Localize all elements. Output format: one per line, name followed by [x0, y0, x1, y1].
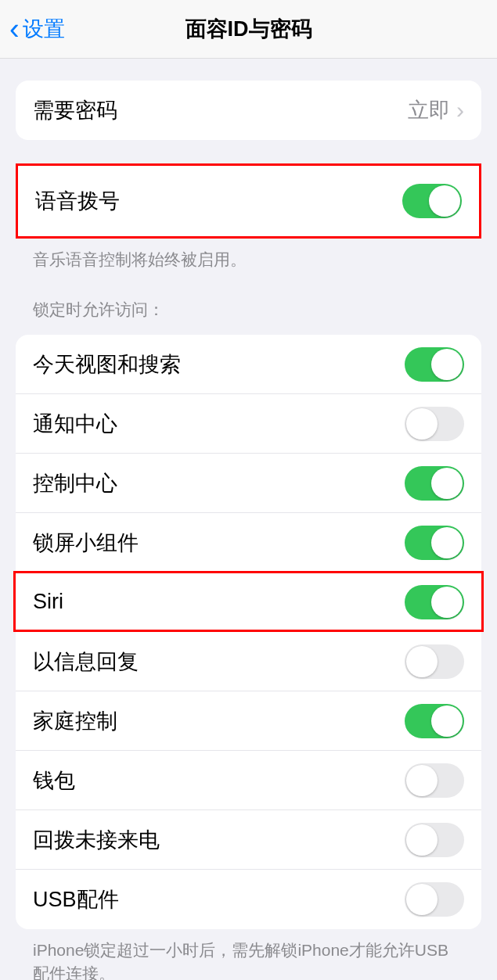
chevron-right-icon: › — [456, 97, 464, 124]
back-label: 设置 — [23, 15, 65, 43]
passcode-group: 需要密码 立即 › — [16, 81, 481, 140]
lock-access-toggle[interactable] — [405, 585, 464, 619]
lock-access-toggle[interactable] — [405, 466, 464, 501]
lock-access-toggle[interactable] — [405, 407, 464, 441]
toggle-knob — [406, 884, 438, 915]
voice-dial-toggle[interactable] — [402, 184, 462, 218]
toggle-knob — [431, 468, 463, 499]
lock-access-label: 控制中心 — [33, 469, 117, 497]
lock-access-label: 以信息回复 — [33, 648, 139, 676]
lock-access-footer: iPhone锁定超过一小时后，需先解锁iPhone才能允许USB配件连接。 — [16, 929, 481, 980]
toggle-knob — [429, 185, 460, 217]
toggle-knob — [406, 408, 438, 440]
toggle-knob — [406, 765, 438, 796]
lock-access-row: Siri — [16, 573, 481, 632]
lock-access-row: 钱包 — [16, 751, 481, 810]
page-title: 面容ID与密码 — [0, 15, 497, 43]
require-passcode-label: 需要密码 — [33, 96, 117, 124]
lock-access-header: 锁定时允许访问： — [16, 271, 481, 327]
toggle-knob — [431, 587, 463, 618]
toggle-knob — [406, 646, 438, 677]
lock-access-row: 以信息回复 — [16, 632, 481, 691]
lock-access-row: 今天视图和搜索 — [16, 335, 481, 394]
lock-access-row: 通知中心 — [16, 394, 481, 454]
lock-access-toggle[interactable] — [405, 882, 464, 917]
toggle-knob — [406, 824, 438, 856]
lock-access-label: 通知中心 — [33, 410, 117, 438]
lock-access-label: 锁屏小组件 — [33, 529, 139, 557]
lock-access-toggle[interactable] — [405, 526, 464, 560]
lock-access-label: USB配件 — [33, 885, 119, 914]
toggle-knob — [431, 527, 463, 558]
lock-access-label: Siri — [33, 590, 63, 614]
lock-access-label: 家庭控制 — [33, 707, 117, 735]
voice-dial-group: 语音拨号 — [16, 163, 481, 239]
voice-dial-label: 语音拨号 — [35, 187, 120, 215]
lock-access-toggle[interactable] — [405, 347, 464, 382]
lock-access-toggle[interactable] — [405, 644, 464, 679]
require-passcode-value: 立即 › — [408, 96, 464, 124]
lock-access-row: USB配件 — [16, 870, 481, 929]
nav-header: ‹ 设置 面容ID与密码 — [0, 0, 497, 59]
chevron-left-icon: ‹ — [9, 14, 20, 44]
lock-access-label: 回拨未接来电 — [33, 826, 160, 854]
lock-access-row: 锁屏小组件 — [16, 513, 481, 573]
voice-dial-row: 语音拨号 — [18, 166, 479, 236]
lock-access-toggle[interactable] — [405, 704, 464, 738]
toggle-knob — [431, 349, 463, 380]
lock-access-row: 控制中心 — [16, 454, 481, 513]
toggle-knob — [431, 705, 463, 737]
lock-access-label: 钱包 — [33, 766, 75, 795]
lock-access-row: 家庭控制 — [16, 691, 481, 751]
back-button[interactable]: ‹ 设置 — [0, 14, 65, 44]
require-passcode-row[interactable]: 需要密码 立即 › — [16, 81, 481, 140]
lock-access-toggle[interactable] — [405, 823, 464, 857]
lock-access-group: 今天视图和搜索通知中心控制中心锁屏小组件Siri以信息回复家庭控制钱包回拨未接来… — [16, 335, 481, 929]
lock-access-label: 今天视图和搜索 — [33, 350, 181, 379]
lock-access-row: 回拨未接来电 — [16, 810, 481, 870]
lock-access-toggle[interactable] — [405, 763, 464, 798]
voice-dial-footer: 音乐语音控制将始终被启用。 — [16, 239, 481, 271]
